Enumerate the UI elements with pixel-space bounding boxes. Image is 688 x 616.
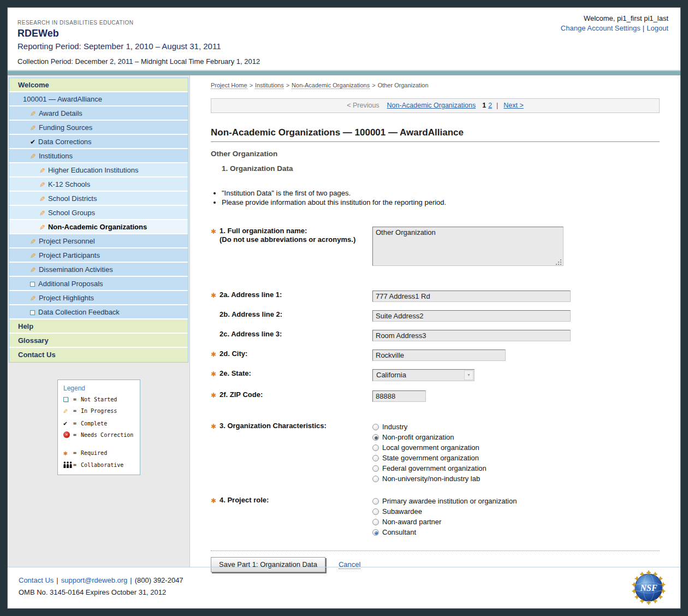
legend-row: = Not Started	[63, 396, 135, 402]
legend-equals: =	[73, 432, 81, 438]
sidebar-item-higher-education-institutions[interactable]: ✎Higher Education Institutions	[9, 163, 188, 177]
address-line-1-input[interactable]	[372, 291, 571, 302]
zip-code-input[interactable]	[372, 390, 426, 402]
sidebar-item-project-personnel[interactable]: ✎Project Personnel	[9, 234, 188, 248]
change-account-settings-link[interactable]: Change Account Settings	[561, 24, 640, 32]
sidebar-item-award-details[interactable]: ✎Award Details	[9, 106, 188, 121]
pagination-separator: |	[496, 102, 498, 109]
reporting-period: Reporting Period: September 1, 2010 – Au…	[17, 42, 260, 51]
radio-option-non-university-lab[interactable]: Non-university/non-industry lab	[372, 473, 487, 484]
breadcrumb-link-institutions[interactable]: Institutions	[255, 82, 284, 89]
city-input[interactable]	[372, 350, 506, 361]
part-title: 1. Organization Data	[222, 164, 660, 173]
current-page-number: 1	[482, 102, 486, 109]
legend-label: Complete	[81, 420, 107, 427]
sidebar-item-dissemination-activities[interactable]: ✎Dissemination Activities	[9, 263, 188, 277]
sidebar-item-label: 100001 — AwardAlliance	[23, 95, 102, 103]
form-row-organization-characteristics: ✱3. Organization Characteristics: Indust…	[211, 422, 660, 484]
radio-button[interactable]	[372, 498, 379, 505]
sidebar-item-school-groups[interactable]: ✎School Groups	[9, 206, 188, 220]
sidebar-item-k12-schools[interactable]: ✎K-12 Schools	[9, 177, 188, 192]
instructions-list: "Institution Data" is the first of two p…	[222, 189, 660, 207]
sidebar-item-glossary[interactable]: Glossary	[9, 334, 188, 348]
radio-option-primary-awardee[interactable]: Primary awardee institution or organizat…	[372, 496, 517, 506]
check-icon: ✔	[63, 419, 67, 427]
previous-page-link: < Previous	[347, 102, 379, 109]
required-icon: ✱	[211, 422, 220, 484]
sidebar-item-label: Project Participants	[39, 251, 100, 259]
breadcrumb-link-project-home[interactable]: Project Home	[211, 82, 247, 89]
sidebar-item-label: Data Collection Feedback	[38, 308, 120, 316]
radio-button[interactable]	[372, 476, 379, 482]
radio-button-selected[interactable]	[372, 529, 379, 536]
footer-phone: (800) 392-2047	[135, 576, 183, 584]
state-select[interactable]: California ▼	[372, 369, 475, 381]
sidebar-item-label: School Groups	[48, 209, 95, 217]
not-started-icon	[63, 397, 68, 402]
radio-label: Local government organization	[382, 443, 479, 452]
organization-name-textarea[interactable]: Other Organization	[372, 227, 564, 266]
form-row-address3: ✱2c. Address line 3:	[211, 330, 660, 341]
form-separator	[211, 550, 660, 551]
required-icon: ✱	[211, 227, 220, 268]
radio-label: Non-profit organization	[382, 433, 454, 441]
radio-option-federal-government[interactable]: Federal government organization	[372, 463, 487, 473]
pagination-section-link[interactable]: Non-Academic Organizations	[387, 102, 476, 109]
sidebar-item-school-districts[interactable]: ✎School Districts	[9, 192, 188, 206]
sidebar-item-award[interactable]: 100001 — AwardAlliance	[9, 92, 188, 106]
sidebar-item-label: Glossary	[18, 336, 49, 345]
sidebar-item-data-corrections[interactable]: ✔Data Corrections	[9, 135, 188, 149]
address-line-3-input[interactable]	[372, 330, 571, 341]
radio-option-industry[interactable]: Industry	[372, 422, 487, 432]
form-row-project-role: ✱4. Project role: Primary awardee instit…	[211, 496, 660, 537]
radio-button[interactable]	[372, 519, 379, 525]
radio-button-selected[interactable]	[372, 434, 379, 441]
next-page-link[interactable]: Next >	[503, 102, 523, 109]
page-2-link[interactable]: 2	[488, 102, 492, 109]
sidebar-item-data-collection-feedback[interactable]: Data Collection Feedback	[9, 305, 188, 319]
footer-email-link[interactable]: support@rdeweb.org	[61, 576, 128, 584]
radio-button[interactable]	[372, 465, 379, 472]
radio-option-non-award-partner[interactable]: Non-award partner	[372, 517, 517, 527]
radio-label: Primary awardee institution or organizat…	[382, 497, 517, 505]
app-window: RESEARCH IN DISABILITIES EDUCATION RDEWe…	[8, 8, 680, 608]
sidebar-item-welcome[interactable]: Welcome	[9, 78, 188, 92]
pencil-icon: ✎	[39, 206, 45, 220]
sidebar-item-contact-us[interactable]: Contact Us	[9, 348, 188, 362]
resize-grip-icon[interactable]	[556, 259, 561, 265]
legend-label: In Progress	[81, 408, 117, 414]
radio-option-local-government[interactable]: Local government organization	[372, 442, 487, 453]
sidebar-item-project-participants[interactable]: ✎Project Participants	[9, 248, 188, 263]
field-label: 2c. Address line 3:	[220, 330, 282, 341]
radio-option-consultant[interactable]: Consultant	[372, 527, 517, 537]
page-footer: Contact Us|support@rdeweb.org|(800) 392-…	[8, 567, 680, 608]
radio-option-non-profit[interactable]: Non-profit organization	[372, 432, 487, 442]
required-icon: ✱	[211, 350, 220, 361]
sidebar-item-institutions[interactable]: ✎Institutions	[9, 149, 188, 163]
logout-link[interactable]: Logout	[647, 24, 668, 32]
legend-row: ✕ = Needs Correction	[63, 431, 135, 438]
radio-option-state-government[interactable]: State government organization	[372, 453, 487, 463]
radio-button[interactable]	[372, 508, 379, 515]
sidebar-item-label: Award Details	[39, 109, 82, 117]
radio-button[interactable]	[372, 424, 379, 430]
not-started-icon	[30, 282, 35, 287]
sidebar-item-project-highlights[interactable]: ✎Project Highlights	[9, 291, 188, 305]
collaborative-icon	[63, 461, 73, 468]
sidebar-item-additional-proposals[interactable]: Additional Proposals	[9, 277, 188, 291]
legend-row: = Collaborative	[63, 461, 135, 468]
field-label: 2b. Address line 2:	[220, 310, 282, 322]
sidebar-item-non-academic-organizations[interactable]: ✎Non-Academic Organizations	[9, 220, 188, 234]
footer-contact-us-link[interactable]: Contact Us	[19, 576, 54, 584]
radio-option-subawardee[interactable]: Subawardee	[372, 506, 517, 517]
radio-button[interactable]	[372, 455, 379, 461]
branding-block: RESEARCH IN DISABILITIES EDUCATION RDEWe…	[17, 20, 260, 66]
breadcrumb-link-non-academic-organizations[interactable]: Non-Academic Organizations	[292, 82, 370, 89]
legend-row: ✔ = Complete	[63, 419, 135, 427]
address-line-2-input[interactable]	[372, 310, 571, 322]
sidebar-item-help[interactable]: Help	[9, 319, 188, 334]
sidebar-item-funding-sources[interactable]: ✎Funding Sources	[9, 121, 188, 135]
radio-button[interactable]	[372, 445, 379, 451]
pencil-icon: ✎	[30, 121, 36, 135]
pencil-icon: ✎	[39, 221, 45, 234]
